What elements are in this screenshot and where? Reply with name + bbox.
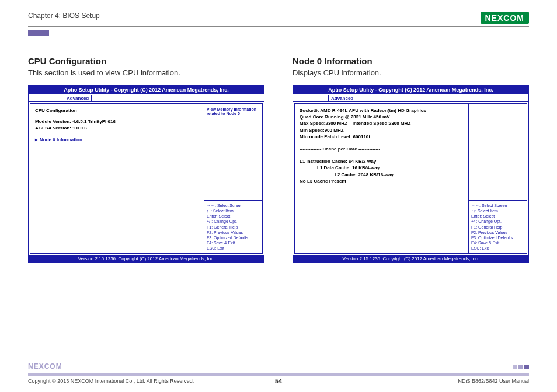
- bios-screenshot-left: Aptio Setup Utility - Copyright (C) 2012…: [28, 85, 264, 263]
- bios-line: -------------- Cache per Core ----------…: [300, 146, 464, 152]
- bios-tab-advanced: Advanced: [328, 94, 356, 102]
- bios-tabrow: Advanced: [293, 94, 528, 102]
- bios-line: Min Speed:900 MHZ: [300, 127, 464, 134]
- bios-help-keys: →←: Select Screen ↑↓: Select Item Enter:…: [204, 200, 262, 253]
- bios-line: No L3 Cache Present: [300, 178, 464, 184]
- left-column: CPU Configuration This section is used t…: [28, 56, 264, 263]
- chapter-label: Chapter 4: BIOS Setup: [28, 12, 100, 20]
- bios-titlebar: Aptio Setup Utility - Copyright (C) 2012…: [293, 86, 528, 94]
- bios-line: CPU Configuration: [35, 107, 199, 114]
- bios-footer: Version 2.15.1236. Copyright (C) 2012 Am…: [293, 255, 528, 262]
- bios-line: Max Speed:2300 MHZ Intended Speed:2300 M…: [300, 120, 464, 127]
- footer-logo: NEXCOM: [28, 362, 62, 370]
- bios-main-left: CPU Configuration Module Version: 4.6.5.…: [30, 104, 204, 253]
- section-title-left: CPU Configuration: [28, 56, 264, 66]
- page-number: 54: [275, 377, 282, 384]
- bios-help-keys: →←: Select Screen ↑↓: Select Item Enter:…: [469, 200, 527, 253]
- bios-line: Socket0: AMD R-464L APU with Radeon(tm) …: [300, 107, 464, 114]
- bios-help-context: [469, 104, 527, 200]
- bios-line: Quad Core Running @ 2331 MHz 450 mV: [300, 114, 464, 120]
- footer-manual-name: NDiS B862/B842 User Manual: [458, 378, 529, 384]
- bios-screenshot-right: Aptio Setup Utility - Copyright (C) 2012…: [293, 85, 529, 263]
- right-column: Node 0 Information Displays CPU informat…: [293, 56, 529, 263]
- page-header: Chapter 4: BIOS Setup NEXCOM: [28, 12, 529, 27]
- bios-line: L1 Instruction Cache: 64 KB/2-way: [300, 158, 464, 164]
- bios-main-right: Socket0: AMD R-464L APU with Radeon(tm) …: [295, 104, 468, 253]
- brand-logo: NEXCOM: [481, 12, 529, 24]
- page-footer: NEXCOM Copyright © 2013 NEXCOM Internati…: [28, 373, 529, 384]
- bios-line: Microcode Patch Level: 600110f: [300, 134, 464, 140]
- bios-line: AGESA Version: 1.0.0.6: [35, 125, 199, 131]
- bios-titlebar: Aptio Setup Utility - Copyright (C) 2012…: [29, 86, 264, 94]
- bios-line: Module Version: 4.6.5.1 TrinityPI 016: [35, 118, 199, 125]
- section-desc-left: This section is used to view CPU informa…: [28, 68, 264, 77]
- bios-help-context: View Memory Information related to Node …: [204, 104, 262, 200]
- section-desc-right: Displays CPU information.: [293, 68, 529, 77]
- bios-tabrow: Advanced: [29, 94, 264, 102]
- bios-selected-item: ▸Node 0 Information: [35, 136, 199, 143]
- footer-copyright: Copyright © 2013 NEXCOM International Co…: [28, 378, 194, 384]
- bios-line: L1 Data Cache: 16 KB/4-way: [300, 164, 464, 171]
- bios-footer: Version 2.15.1236. Copyright (C) 2012 Am…: [29, 255, 264, 262]
- section-title-right: Node 0 Information: [293, 56, 529, 66]
- bios-tab-advanced: Advanced: [64, 94, 92, 102]
- bios-line: L2 Cache: 2048 KB/16-way: [300, 172, 464, 178]
- accent-chip: [28, 30, 49, 36]
- footer-dots-icon: [513, 365, 529, 369]
